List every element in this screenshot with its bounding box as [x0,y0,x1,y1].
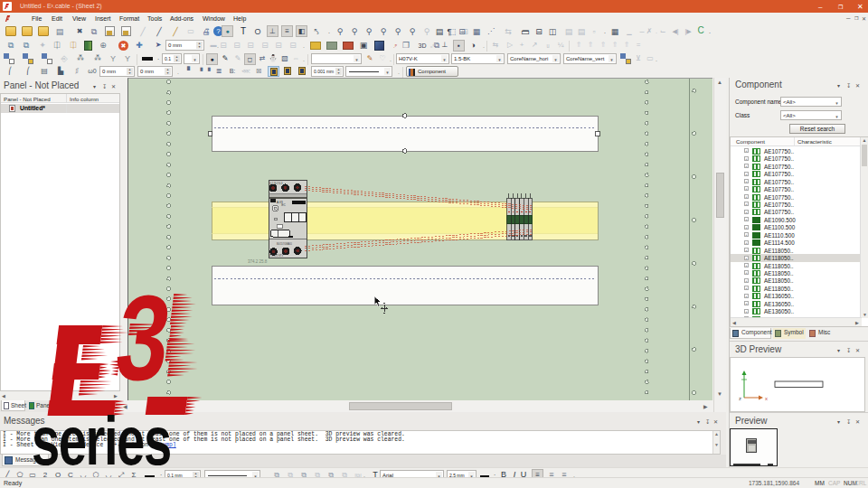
svg-text:2T1 4T2 6T3: 2T1 4T2 6T3 [269,254,283,258]
svg-text:x: x [765,396,768,401]
svg-text:B0/157/0MA/U: B0/157/0MA/U [277,242,292,246]
svg-text:374.2 25.8: 374.2 25.8 [248,259,268,264]
svg-text:IEC: IEC [281,203,286,207]
svg-text:3: 3 [109,271,178,405]
svg-text:1L1 3L2 5L3: 1L1 3L2 5L3 [269,182,283,185]
svg-text:series: series [32,402,171,479]
svg-text:z: z [739,396,741,401]
